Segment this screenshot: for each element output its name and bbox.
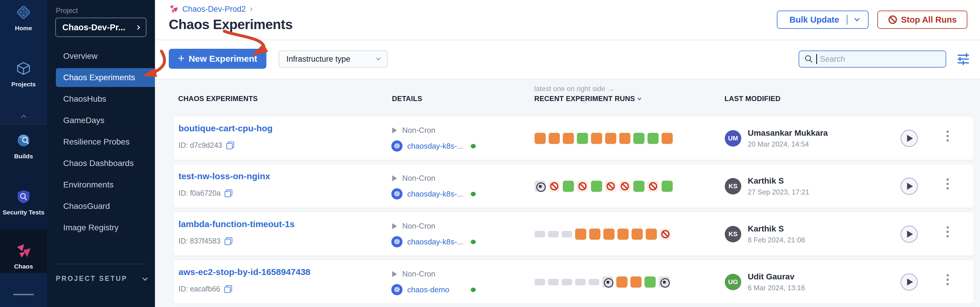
row-menu-button[interactable] — [947, 130, 949, 142]
run-status-none[interactable] — [535, 279, 545, 285]
run-status-none[interactable] — [562, 231, 572, 237]
sidebar-item-image-registry[interactable]: Image Registry — [56, 218, 155, 237]
run-status-orange[interactable] — [563, 133, 574, 144]
rail-resize-handle[interactable] — [13, 294, 34, 295]
recent-runs — [535, 260, 670, 304]
avatar: UG — [725, 274, 741, 290]
new-experiment-button[interactable]: + New Experiment — [169, 49, 266, 69]
run-status-failed[interactable] — [648, 181, 659, 192]
run-experiment-button[interactable] — [900, 130, 918, 147]
sidebar-item-resilience-probes[interactable]: Resilience Probes — [56, 133, 155, 151]
play-triangle-icon — [392, 128, 397, 133]
rail-collapse-toggle[interactable] — [0, 108, 47, 125]
rail-item-projects[interactable]: Projects — [0, 60, 47, 88]
infrastructure-link[interactable]: chaosday-k8s-... — [407, 237, 463, 247]
run-status-green[interactable] — [633, 181, 644, 192]
run-status-none[interactable] — [575, 279, 586, 285]
infrastructure-link[interactable]: chaos-demo — [407, 285, 449, 294]
run-status-failed[interactable] — [577, 181, 588, 192]
run-status-green[interactable] — [662, 181, 673, 192]
schedule-type: Non-Cron — [402, 126, 436, 135]
schedule-type: Non-Cron — [402, 222, 436, 231]
run-status-green[interactable] — [591, 181, 602, 192]
search-input[interactable]: Search — [799, 51, 946, 68]
sidebar-item-environments[interactable]: Environments — [56, 176, 155, 194]
experiment-row[interactable]: test-nw-loss-on-nginx ID: f0a6720a Non-C… — [173, 164, 974, 208]
sidebar-item-chaoshubs[interactable]: ChaosHubs — [56, 90, 155, 108]
run-status-stopped[interactable] — [535, 181, 546, 192]
experiment-row[interactable]: aws-ec2-stop-by-id-1658947438 ID: eacafb… — [173, 260, 974, 304]
experiment-name-link[interactable]: test-nw-loss-on-nginx — [178, 171, 270, 181]
copy-icon[interactable] — [226, 142, 234, 149]
run-status-failed[interactable] — [605, 181, 616, 192]
run-status-orange[interactable] — [591, 133, 602, 144]
sidebar-item-chaosguard[interactable]: ChaosGuard — [56, 197, 155, 216]
run-status-failed[interactable] — [619, 181, 630, 192]
filter-sliders-icon[interactable] — [955, 52, 971, 66]
run-status-stopped[interactable] — [659, 277, 670, 288]
experiment-row[interactable]: lambda-function-timeout-1s ID: 837f4583 … — [173, 212, 974, 256]
sidebar-item-chaos-experiments[interactable]: Chaos Experiments — [56, 68, 155, 87]
sidebar-item-gamedays[interactable]: GameDays — [56, 111, 155, 130]
run-experiment-button[interactable] — [900, 178, 918, 195]
copy-icon[interactable] — [224, 237, 232, 245]
rail-item-builds[interactable]: Builds — [0, 132, 47, 160]
run-status-orange[interactable] — [535, 133, 546, 144]
run-experiment-button[interactable] — [900, 226, 918, 243]
rail-item-chaos[interactable]: Chaos — [0, 242, 47, 270]
run-status-none[interactable] — [562, 279, 572, 285]
stop-all-runs-button[interactable]: Stop All Runs — [877, 11, 967, 29]
modified-date: 20 Mar 2024, 14:54 — [748, 140, 828, 148]
row-menu-button[interactable] — [947, 226, 949, 237]
run-status-stopped[interactable] — [602, 277, 613, 288]
column-header-recent-runs[interactable]: RECENT EXPERIMENT RUNS — [534, 95, 641, 103]
chevron-down-icon[interactable] — [854, 16, 859, 21]
bulk-update-button[interactable]: Bulk Update — [777, 11, 869, 29]
experiment-id-row: ID: eacafb66 — [178, 285, 232, 293]
run-status-failed[interactable] — [549, 181, 560, 192]
run-status-orange[interactable] — [589, 229, 600, 240]
run-status-orange[interactable] — [549, 133, 560, 144]
experiment-name-link[interactable]: lambda-function-timeout-1s — [178, 219, 294, 229]
run-status-green[interactable] — [563, 181, 574, 192]
run-status-none[interactable] — [535, 231, 545, 237]
recent-runs — [535, 212, 671, 256]
run-status-orange[interactable] — [605, 133, 616, 144]
run-experiment-button[interactable] — [900, 274, 918, 291]
run-status-failed[interactable] — [660, 229, 671, 240]
experiment-row[interactable]: boutique-cart-cpu-hog ID: d7c9d243 Non-C… — [173, 116, 974, 160]
run-status-orange[interactable] — [619, 133, 630, 144]
experiment-name-link[interactable]: aws-ec2-stop-by-id-1658947438 — [178, 267, 310, 277]
run-status-green[interactable] — [577, 133, 588, 144]
run-status-orange[interactable] — [575, 229, 586, 240]
row-menu-button[interactable] — [947, 274, 949, 285]
copy-icon[interactable] — [224, 190, 232, 197]
run-status-none[interactable] — [548, 231, 558, 237]
copy-icon[interactable] — [224, 285, 232, 293]
run-status-orange[interactable] — [646, 229, 657, 240]
infrastructure-link[interactable]: chaosday-k8s-... — [407, 142, 463, 151]
run-status-none[interactable] — [589, 279, 599, 285]
experiment-name-link[interactable]: boutique-cart-cpu-hog — [178, 123, 272, 133]
rail-item-security-tests[interactable]: Security Tests — [0, 188, 47, 216]
run-status-orange[interactable] — [630, 277, 641, 288]
breadcrumb-project-link[interactable]: Chaos-Dev-Prod2 — [182, 5, 246, 14]
row-menu-button[interactable] — [947, 178, 949, 190]
run-status-green[interactable] — [648, 133, 659, 144]
run-status-orange[interactable] — [632, 229, 643, 240]
avatar: KS — [725, 226, 741, 242]
infrastructure-type-select[interactable]: Infrastructure type — [279, 51, 388, 68]
run-status-orange[interactable] — [662, 133, 673, 144]
project-setup-toggle[interactable]: PROJECT SETUP — [56, 275, 147, 283]
rail-item-home[interactable]: Home — [0, 4, 47, 32]
run-status-orange[interactable] — [616, 277, 627, 288]
infrastructure-link[interactable]: chaosday-k8s-... — [407, 190, 463, 199]
run-status-green[interactable] — [633, 133, 644, 144]
run-status-orange[interactable] — [603, 229, 614, 240]
run-status-orange[interactable] — [617, 229, 628, 240]
run-status-green[interactable] — [644, 277, 656, 288]
project-picker[interactable]: Chaos-Dev-Pr... — [55, 17, 146, 37]
sidebar-item-overview[interactable]: Overview — [56, 47, 155, 65]
run-status-none[interactable] — [548, 279, 558, 285]
sidebar-item-chaos-dashboards[interactable]: Chaos Dashboards — [56, 154, 155, 173]
